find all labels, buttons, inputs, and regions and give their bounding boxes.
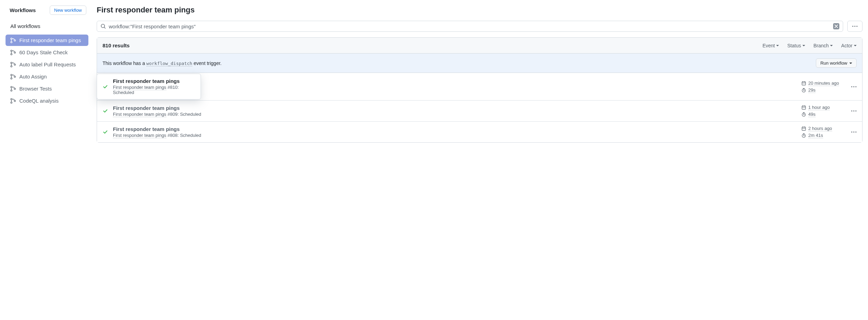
sidebar-item-label: First responder team pings [19, 37, 81, 43]
svg-point-52 [855, 131, 856, 132]
run-duration: 49s [808, 112, 816, 117]
caret-down-icon [802, 45, 805, 46]
search-icon [100, 23, 106, 29]
svg-point-9 [11, 74, 12, 76]
workflow-icon [10, 38, 16, 43]
stopwatch-icon [801, 88, 806, 93]
dispatch-text-suffix: event trigger. [192, 60, 222, 66]
sidebar-item[interactable]: Browser Tests [6, 83, 88, 94]
sidebar-item[interactable]: Auto Assign [6, 71, 88, 82]
run-title[interactable]: First responder team pings [113, 126, 797, 132]
main-content: First responder team pings [97, 6, 862, 143]
caret-down-icon [854, 45, 857, 46]
svg-point-51 [853, 131, 854, 132]
run-subtitle: First responder team pings #810: Schedul… [113, 85, 194, 95]
sidebar-item[interactable]: CodeQL analysis [6, 95, 88, 106]
sidebar: Workflows New workflow All workflows Fir… [6, 6, 88, 143]
svg-line-19 [104, 27, 105, 28]
row-menu-button[interactable] [851, 110, 857, 112]
sidebar-item[interactable]: First responder team pings [6, 35, 88, 46]
sidebar-item-label: 60 Days Stale Check [19, 49, 68, 55]
page-title: First responder team pings [97, 6, 862, 15]
new-workflow-button[interactable]: New workflow [50, 6, 86, 15]
run-subtitle: First responder team pings #809: Schedul… [113, 112, 797, 117]
sidebar-item[interactable]: 60 Days Stale Check [6, 47, 88, 58]
svg-point-21 [854, 26, 855, 27]
calendar-icon [801, 105, 806, 110]
table-row[interactable]: First responder team pingsFirst responde… [97, 122, 862, 142]
svg-point-41 [853, 110, 854, 111]
calendar-icon [801, 126, 806, 131]
svg-point-30 [851, 86, 852, 87]
workflow-icon [10, 62, 16, 67]
svg-point-3 [11, 50, 12, 51]
filter-actor[interactable]: Actor [841, 43, 857, 48]
run-duration: 29s [808, 87, 816, 93]
run-title[interactable]: First responder team pings [113, 105, 797, 111]
svg-point-8 [14, 64, 16, 65]
row-menu-button[interactable] [851, 131, 857, 133]
svg-point-32 [855, 86, 856, 87]
more-options-button[interactable] [847, 21, 862, 32]
caret-down-icon [830, 45, 833, 46]
run-title[interactable]: First responder team pings [113, 78, 194, 84]
svg-point-42 [855, 110, 856, 111]
stopwatch-icon [801, 133, 806, 138]
search-input[interactable] [109, 23, 830, 29]
svg-point-31 [853, 86, 854, 87]
svg-point-13 [11, 90, 12, 91]
workflow-icon [10, 98, 16, 104]
run-time: 20 minutes ago [808, 81, 839, 86]
svg-rect-33 [802, 106, 806, 110]
sidebar-item-label: Auto label Pull Requests [19, 62, 76, 67]
svg-point-11 [14, 76, 16, 77]
sidebar-item[interactable]: Auto label Pull Requests [6, 59, 88, 70]
svg-point-40 [851, 110, 852, 111]
sidebar-item-label: CodeQL analysis [19, 98, 59, 104]
kebab-icon [852, 26, 858, 27]
run-meta: 20 minutes ago29s [801, 81, 846, 93]
dispatch-text-prefix: This workflow has a [103, 60, 146, 66]
run-workflow-button[interactable]: Run workflow [816, 58, 857, 68]
caret-down-icon [776, 45, 779, 46]
caret-down-icon [849, 63, 852, 64]
calendar-icon [801, 81, 806, 86]
svg-point-22 [856, 26, 857, 27]
clear-search-button[interactable] [833, 23, 839, 29]
results-count: 810 results [103, 43, 129, 48]
dispatch-banner: This workflow has a workflow_dispatch ev… [97, 54, 862, 73]
check-icon [103, 84, 108, 90]
svg-point-5 [14, 52, 16, 53]
dispatch-code: workflow_dispatch [146, 61, 192, 66]
run-time: 1 hour ago [808, 105, 830, 110]
svg-point-6 [11, 62, 12, 64]
run-meta: 2 hours ago2m 41s [801, 126, 846, 138]
svg-rect-23 [802, 82, 806, 85]
run-meta: 1 hour ago49s [801, 105, 846, 117]
filter-branch[interactable]: Branch [813, 43, 833, 48]
svg-point-20 [852, 26, 853, 27]
search-box[interactable] [97, 21, 843, 32]
check-icon [103, 108, 108, 114]
table-row[interactable]: First responder team pingsFirst responde… [97, 101, 862, 122]
workflow-icon [10, 50, 16, 55]
svg-point-10 [11, 78, 12, 79]
table-row[interactable]: First responder team pingsFirst responde… [97, 74, 201, 100]
svg-point-1 [11, 41, 12, 43]
svg-point-7 [11, 66, 12, 67]
workflow-icon [10, 86, 16, 92]
sidebar-all-workflows[interactable]: All workflows [6, 20, 88, 32]
svg-point-14 [14, 88, 16, 90]
filter-event[interactable]: Event [762, 43, 779, 48]
svg-point-0 [11, 38, 12, 39]
run-subtitle: First responder team pings #808: Schedul… [113, 133, 797, 138]
filter-status[interactable]: Status [787, 43, 805, 48]
stopwatch-icon [801, 112, 806, 117]
x-icon [835, 25, 838, 28]
svg-point-17 [14, 100, 16, 102]
sidebar-item-label: Auto Assign [19, 74, 47, 79]
row-menu-button[interactable] [851, 86, 857, 87]
svg-point-15 [11, 98, 12, 100]
run-time: 2 hours ago [808, 126, 832, 131]
sidebar-title: Workflows [10, 7, 36, 13]
